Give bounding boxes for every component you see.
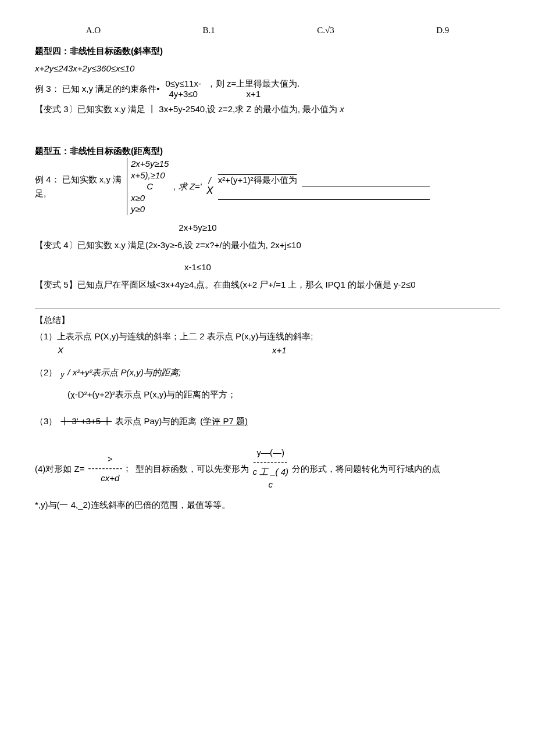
option-c: C.√3 (317, 23, 334, 37)
s4-bot2a: c 工 _( 4) (252, 467, 288, 477)
section-4-title: 题型四：非线性目标函数(斜率型) (35, 44, 500, 58)
section-5-title: 题型五：非线性目标函数(距离型) (35, 144, 500, 158)
example-3: 例 3： 已知 x,y 满足的约束条件• 0≤y≤11x- 4y+3≤0 ，则 … (35, 79, 500, 99)
ex3-c1: 0≤y≤11x- (165, 79, 201, 89)
s2-main: / x²+y²表示点 P(x,y)与的距离; (67, 366, 181, 379)
ex4-right: x²+(y+1)²得最小值为 (218, 173, 430, 200)
s4-bot1: cx+d (88, 474, 132, 483)
summary-2: （2） y / x²+y²表示点 P(x,y)与的距离; (35, 366, 500, 379)
variant-4: 【变式 4〕已知实数 x,y 满足(2x-3y≥-6,设 z=x?+/的最小值为… (35, 238, 500, 252)
t5-mid: x-1≤10 (140, 260, 256, 274)
s1-main: （1）上表示点 P(X,y)与连线的斜率；上二 2 表示点 P(x,y)与连线的… (35, 329, 500, 343)
summary-4: (4)对形如 Z= > ----------； cx+d 型的目标函数，可以先变… (35, 448, 500, 490)
summary-heading: 【总结】 (35, 313, 500, 327)
summary-1: （1）上表示点 P(X,y)与连线的斜率；上二 2 表示点 P(x,y)与连线的… (35, 329, 500, 357)
ex4-label1: 例 4： 已知实数 x,y 满 (35, 174, 122, 184)
ex4-c2: x+5),≥10 (131, 170, 169, 181)
blank-line-2 (218, 191, 430, 200)
ex4-slash-block: / X (206, 176, 213, 196)
s2-sub: y (60, 370, 64, 381)
s4-pre: (4)对形如 Z= (35, 462, 84, 476)
divider (35, 308, 500, 309)
ex4-bigx: X (206, 185, 213, 196)
ex4-label2: 足, (35, 188, 46, 198)
s4-dash2: ---------- (252, 457, 288, 467)
s4-mid1: 型的目标函数，可以先变形为 (135, 462, 249, 476)
s4-mid2: 分的形式，将问题转化为可行域内的点 (292, 462, 440, 476)
summary-3: （3） 丨 3' +3+5 丨 表示点 Pay)与的距离 (学评 P7 题) (35, 414, 500, 428)
s4-sup: > (88, 454, 132, 464)
t4-constraints: x+2y≤243x+2y≤360≤x≤10 (35, 62, 500, 76)
s4-frac1: > ----------； cx+d (88, 454, 132, 483)
variant-5: 【变式 5】已知点尸在平面区域<3x+4y≥4,点。在曲线(x+2 尸+/=1 … (35, 278, 500, 292)
ex3-tail-sub: x+1 (207, 89, 300, 99)
variant-3: 【变式 3〕已知实数 x,y 满足 丨 3x+5y-2540,设 z=2,求 Z… (35, 102, 500, 116)
ex4-c3: C (131, 181, 169, 192)
var3-bar: 丨 (148, 104, 156, 114)
option-b: B.1 (203, 23, 215, 37)
s4-bot2b: c (252, 480, 288, 490)
ex4-c4: x≥0 (131, 192, 169, 204)
s3-main: 表示点 Pay)与的距离 (115, 414, 197, 428)
t5-extra: 2x+5y≥10 (140, 221, 256, 235)
s4-dash1: ---------- (88, 463, 123, 473)
ex4-c5: y≥0 (131, 203, 169, 215)
ex3-tail-text: ，则 z=上里得最大值为. (207, 79, 300, 89)
ex3-constraints: 0≤y≤11x- 4y+3≤0 (165, 79, 201, 99)
s4-frac2: y—(—) ---------- c 工 _( 4) c (252, 448, 288, 490)
s4-semi: ； (123, 463, 132, 473)
s1-sub2: x+1 (272, 343, 287, 357)
var3-pre: 【变式 3〕已知实数 x,y 满足 (35, 104, 148, 114)
summary-5: *,y)与(一 4,_2)连线斜率的巴倍的范围，最值等等。 (35, 498, 500, 512)
ex4-mid: , 求 Z=' (173, 180, 201, 194)
ex4-label: 例 4： 已知实数 x,y 满 足, (35, 173, 122, 200)
ex3-label: 例 3： 已知 x,y 满足的约束条件• (35, 82, 159, 96)
ex4-c1: 2x+5y≥15 (131, 158, 169, 170)
s3-label: （3） (35, 414, 57, 428)
s3-link: (学评 P7 题) (200, 414, 248, 428)
ex3-c2: 4y+3≤0 (165, 89, 201, 99)
var3-mid: 3x+5y-2540,设 z=2,求 Z 的最小值为, 最小值为 (159, 104, 340, 114)
option-a: A.O (86, 23, 101, 37)
option-d: D.9 (436, 23, 449, 37)
blank-line-1 (302, 178, 430, 187)
var3-x: x (340, 104, 344, 114)
example-4: 例 4： 已知实数 x,y 满 足, 2x+5y≥15 x+5),≥10 C x… (35, 158, 500, 215)
ex4-expr: x²+(y+1)²得最小值为 (218, 173, 297, 187)
ex3-tail: ，则 z=上里得最大值为. x+1 (207, 79, 300, 99)
s1-sub1: X (35, 343, 86, 357)
s3-strike: 丨 3' +3+5 丨 (60, 414, 112, 428)
ex4-slash: / (209, 175, 211, 185)
summary-2b: (χ-D²+(y+2)²表示点 P(x,y)与的距离的平方； (67, 388, 500, 402)
s4-top2: y—(—) (252, 448, 288, 458)
ex4-constraints: 2x+5y≥15 x+5),≥10 C x≥0 y≥0 (127, 158, 169, 215)
s2-label: （2） (35, 366, 57, 379)
options-row: A.O B.1 C.√3 D.9 (35, 23, 500, 37)
